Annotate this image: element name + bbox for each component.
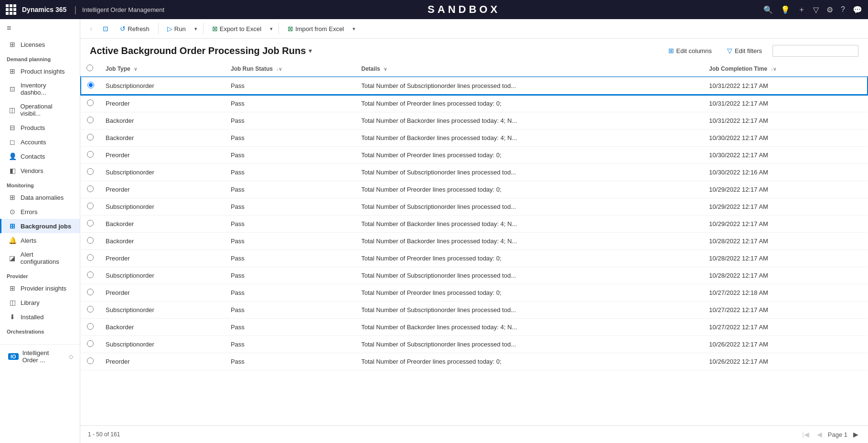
- completion-time-sort-icon[interactable]: ↓∨: [771, 66, 776, 72]
- sidebar-item-licenses[interactable]: ⊞ Licenses: [0, 37, 80, 52]
- filter-icon[interactable]: ▽: [813, 5, 819, 14]
- job-run-status-cell: Pass: [225, 147, 355, 164]
- job-run-status-sort-icon[interactable]: ↓∨: [276, 66, 282, 72]
- run-label: Run: [174, 25, 186, 32]
- provider-insights-icon: ⊞: [8, 284, 17, 292]
- settings-icon[interactable]: ⚙: [826, 5, 833, 14]
- row-checkbox[interactable]: [87, 168, 94, 175]
- row-checkbox[interactable]: [87, 151, 94, 158]
- export-label: Export to Excel: [220, 25, 261, 32]
- waffle-menu[interactable]: [6, 4, 16, 15]
- sidebar-item-product-insights[interactable]: ⊞ Product insights: [0, 64, 80, 78]
- row-checkbox[interactable]: [87, 99, 94, 106]
- row-checkbox[interactable]: [87, 254, 94, 261]
- job-type-cell: Backorder: [100, 216, 225, 233]
- sidebar-item-contacts[interactable]: 👤 Contacts: [0, 149, 80, 163]
- row-checkbox[interactable]: [87, 323, 94, 330]
- table-row: PreorderPassTotal Number of Preorder lin…: [81, 353, 868, 370]
- import-excel-button[interactable]: ⊠ Import from Excel: [283, 22, 349, 35]
- row-checkbox[interactable]: [87, 357, 94, 364]
- row-checkbox[interactable]: [87, 271, 94, 278]
- job-type-cell: Preorder: [100, 353, 225, 370]
- job-completion-time-column-header[interactable]: Job Completion Time ↓∨: [703, 61, 868, 77]
- sidebar-item-vendors[interactable]: ◧ Vendors: [0, 163, 80, 178]
- sidebar-item-data-anomalies[interactable]: ⊞ Data anomalies: [0, 190, 80, 205]
- row-checkbox[interactable]: [87, 134, 94, 140]
- row-checkbox[interactable]: [87, 82, 94, 88]
- completion-time-cell: 10/31/2022 12:17 AM: [703, 77, 868, 95]
- prev-page-button[interactable]: ◀: [815, 429, 824, 440]
- help-icon[interactable]: ?: [841, 5, 845, 14]
- page-title-chevron-icon[interactable]: ▾: [309, 47, 312, 54]
- job-type-column-header[interactable]: Job Type ∨: [100, 61, 225, 77]
- back-button[interactable]: ‹: [86, 22, 96, 35]
- details-cell: Total Number of Backorder lines processe…: [355, 112, 703, 130]
- job-type-cell: Backorder: [100, 130, 225, 147]
- row-checkbox[interactable]: [87, 220, 94, 227]
- job-run-status-cell: Pass: [225, 233, 355, 250]
- row-select-cell: [81, 267, 100, 284]
- row-select-cell: [81, 302, 100, 319]
- refresh-button[interactable]: ↺ Refresh: [115, 22, 154, 35]
- sidebar-item-alert-configurations[interactable]: ◪ Alert configurations: [0, 248, 80, 269]
- select-all-checkbox[interactable]: [86, 65, 93, 71]
- refresh-icon: ↺: [120, 25, 126, 32]
- row-checkbox[interactable]: [87, 340, 94, 347]
- export-dropdown-button[interactable]: ▾: [268, 23, 275, 34]
- sidebar-item-background-jobs[interactable]: ⊞ Background jobs: [0, 219, 80, 233]
- edit-columns-button[interactable]: ⊞ Edit columns: [664, 44, 717, 57]
- sidebar-item-alerts[interactable]: 🔔 Alerts: [0, 233, 80, 248]
- row-checkbox[interactable]: [87, 185, 94, 192]
- lightbulb-icon[interactable]: 💡: [781, 5, 790, 14]
- first-page-button[interactable]: |◀: [800, 429, 811, 440]
- row-checkbox[interactable]: [87, 203, 94, 209]
- sidebar-item-iom[interactable]: IO Intelligent Order ... ◇: [0, 344, 80, 367]
- jobs-table: Job Type ∨ Job Run Status ↓∨ Details ∨: [80, 61, 868, 370]
- export-excel-button[interactable]: ⊠ Export to Excel: [207, 22, 266, 35]
- sidebar-item-label: Library: [21, 299, 40, 306]
- search-icon[interactable]: 🔍: [763, 5, 773, 14]
- import-dropdown-button[interactable]: ▾: [351, 23, 357, 34]
- sidebar-item-label: Accounts: [21, 139, 46, 146]
- page-header-actions: ⊞ Edit columns ▽ Edit filters: [664, 44, 859, 57]
- completion-time-cell: 10/28/2022 12:17 AM: [703, 233, 868, 250]
- edit-filters-button[interactable]: ▽ Edit filters: [722, 44, 767, 57]
- details-column-header[interactable]: Details ∨: [355, 61, 703, 77]
- chat-icon[interactable]: 💬: [853, 5, 862, 14]
- alerts-icon: 🔔: [8, 237, 17, 244]
- edit-columns-label: Edit columns: [676, 47, 712, 54]
- sidebar-hamburger[interactable]: ≡: [0, 19, 80, 37]
- run-button[interactable]: ▷ Run: [162, 22, 191, 35]
- completion-time-cell: 10/29/2022 12:17 AM: [703, 181, 868, 198]
- job-run-status-column-header[interactable]: Job Run Status ↓∨: [225, 61, 355, 77]
- sidebar-item-errors[interactable]: ⊙ Errors: [0, 205, 80, 219]
- sidebar-item-products[interactable]: ⊟ Products: [0, 120, 80, 135]
- search-input[interactable]: [772, 45, 858, 57]
- row-checkbox[interactable]: [87, 237, 94, 244]
- job-run-status-cell: Pass: [225, 353, 355, 370]
- table-row: BackorderPassTotal Number of Backorder l…: [81, 216, 868, 233]
- brand-label: Dynamics 365: [22, 6, 66, 13]
- job-type-cell: Subscriptionorder: [100, 164, 225, 181]
- sidebar-item-operational-visibility[interactable]: ◫ Operational visibil...: [0, 99, 80, 120]
- sidebar-iom-label: Intelligent Order ...: [22, 349, 65, 364]
- row-checkbox[interactable]: [87, 289, 94, 295]
- plus-icon[interactable]: ＋: [798, 5, 805, 15]
- row-select-cell: [81, 336, 100, 353]
- run-dropdown-button[interactable]: ▾: [193, 23, 199, 34]
- sidebar-item-installed[interactable]: ⬇ Installed: [0, 310, 80, 324]
- sidebar-item-provider-insights[interactable]: ⊞ Provider insights: [0, 281, 80, 295]
- sidebar-item-inventory-dashboard[interactable]: ⊡ Inventory dashbo...: [0, 78, 80, 99]
- next-page-button[interactable]: ▶: [851, 429, 860, 440]
- sidebar-item-library[interactable]: ◫ Library: [0, 295, 80, 310]
- job-run-status-cell: Pass: [225, 336, 355, 353]
- job-type-sort-icon[interactable]: ∨: [134, 66, 137, 72]
- details-cell: Total Number of Subscriptionorder lines …: [355, 164, 703, 181]
- row-select-cell: [81, 233, 100, 250]
- details-sort-icon[interactable]: ∨: [384, 66, 387, 72]
- row-checkbox[interactable]: [87, 306, 94, 313]
- sidebar-item-accounts[interactable]: ◻ Accounts: [0, 135, 80, 149]
- row-checkbox[interactable]: [87, 117, 94, 123]
- job-type-cell: Backorder: [100, 233, 225, 250]
- library-icon: ◫: [8, 299, 17, 306]
